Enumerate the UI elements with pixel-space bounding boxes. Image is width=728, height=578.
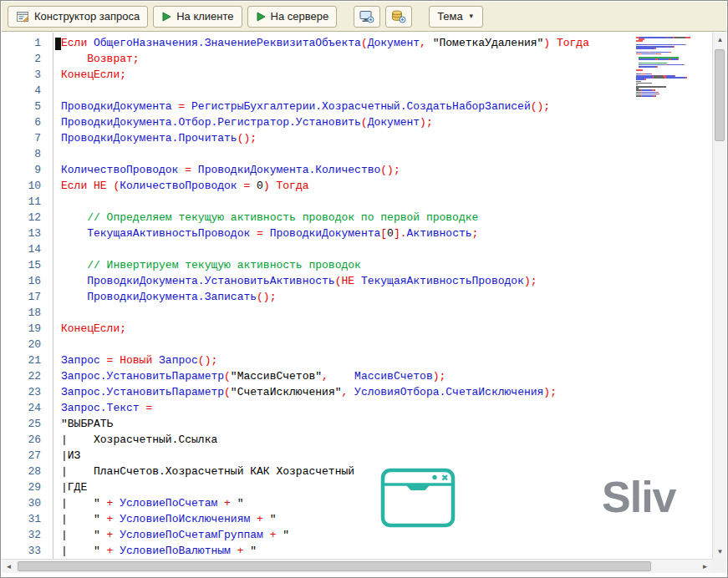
code-line[interactable]: | " + УсловиеПоИсключениям + " <box>61 513 712 529</box>
code-line[interactable]: КонецЕсли; <box>61 68 712 84</box>
scroll-left-button[interactable]: ◄ <box>2 560 16 573</box>
code-line[interactable]: ПроводкиДокумента = РегистрыБухгалтерии.… <box>61 100 712 116</box>
line-number-gutter[interactable]: 1234567891011121314151617181920212223242… <box>2 33 53 559</box>
minimap[interactable] <box>636 37 706 97</box>
line-number[interactable]: 29 <box>2 481 53 497</box>
line-number[interactable]: 12 <box>2 211 53 227</box>
code-line[interactable]: "ВЫБРАТЬ <box>61 418 712 434</box>
code-token: + <box>107 513 120 525</box>
line-number[interactable]: 18 <box>2 307 53 322</box>
scroll-down-button[interactable]: ▼ <box>713 545 726 559</box>
code-token: , <box>322 370 354 383</box>
line-number[interactable]: 17 <box>2 291 53 307</box>
code-line[interactable]: // Определяем текущую активность проводо… <box>61 211 712 227</box>
scroll-right-button[interactable]: ► <box>698 560 712 573</box>
code-line[interactable]: | Хозрасчетный.Ссылка <box>61 434 712 449</box>
theme-dropdown-button[interactable]: Тема ▼ <box>429 6 483 28</box>
horizontal-scrollbar[interactable]: ◄ ► <box>2 559 712 573</box>
line-number[interactable]: 25 <box>2 418 53 434</box>
code-line[interactable]: ТекущаяАктивностьПроводок = ПроводкиДоку… <box>61 227 712 243</box>
line-number[interactable]: 13 <box>2 227 53 243</box>
code-line[interactable]: Если НЕ (КоличествоПроводок = 0) Тогда <box>61 180 712 195</box>
line-number[interactable]: 2 <box>2 53 53 68</box>
line-number[interactable]: 10 <box>2 180 53 195</box>
line-number[interactable]: 19 <box>2 322 53 338</box>
line-number[interactable]: 31 <box>2 513 53 529</box>
code-token: + <box>217 497 237 510</box>
code-token: "МассивСчетов" <box>231 370 322 383</box>
vertical-scroll-thumb[interactable] <box>715 49 725 141</box>
line-number[interactable]: 15 <box>2 259 53 275</box>
line-number[interactable]: 30 <box>2 497 53 513</box>
code-line[interactable]: Запрос.Текст = <box>61 402 712 418</box>
run-on-client-button[interactable]: На клиенте <box>153 6 242 28</box>
line-number[interactable]: 7 <box>2 132 53 148</box>
code-line[interactable]: ПроводкиДокумента.Отбор.Регистратор.Уста… <box>61 116 712 132</box>
run-on-server-button[interactable]: На сервере <box>247 6 338 28</box>
code-line[interactable]: // Инвертируем текущую активность провод… <box>61 259 712 275</box>
code-line[interactable]: | " + УсловиеПоСчетам + " <box>61 497 712 513</box>
code-line[interactable]: КоличествоПроводок = ПроводкиДокумента.К… <box>61 164 712 180</box>
code-line[interactable]: Запрос.УстановитьПараметр("СчетаИсключен… <box>61 386 712 402</box>
code-token: (); <box>380 164 400 176</box>
line-number[interactable]: 5 <box>2 100 53 116</box>
line-number[interactable]: 26 <box>2 434 53 449</box>
code-line[interactable] <box>61 307 712 322</box>
line-number[interactable]: 8 <box>2 148 53 164</box>
code-line[interactable] <box>61 148 712 164</box>
code-token: ПроводкиДокумента <box>270 227 381 240</box>
code-line[interactable]: | ПланСчетов.Хозрасчетный КАК Хозрасчетн… <box>61 465 712 481</box>
code-token: КонецЕсли; <box>61 322 126 335</box>
horizontal-scroll-thumb[interactable] <box>18 561 651 571</box>
query-builder-button[interactable]: Конструктор запроса <box>8 6 148 28</box>
line-number[interactable]: 23 <box>2 386 53 402</box>
line-number[interactable]: 21 <box>2 354 53 370</box>
line-number[interactable]: 3 <box>2 68 53 84</box>
code-line[interactable]: КонецЕсли; <box>61 322 712 338</box>
line-number[interactable]: 22 <box>2 370 53 386</box>
code-line[interactable] <box>61 243 712 259</box>
scroll-down-icon: ▼ <box>717 548 724 555</box>
code-line[interactable]: |ГДЕ <box>61 481 712 497</box>
code-token: [ <box>380 227 387 240</box>
line-number[interactable]: 4 <box>2 84 53 100</box>
code-token: = <box>237 180 257 192</box>
pc-settings-button[interactable] <box>354 6 380 28</box>
code-line[interactable]: Если ОбщегоНазначения.ЗначениеРеквизитаО… <box>61 37 712 53</box>
line-number[interactable]: 9 <box>2 164 53 180</box>
line-number[interactable]: 6 <box>2 116 53 132</box>
code-line[interactable]: | " + УсловиеПоСчетамГруппам + " <box>61 529 712 545</box>
line-number[interactable]: 32 <box>2 529 53 545</box>
vertical-scrollbar[interactable]: ▲ ▼ <box>712 33 726 559</box>
line-number[interactable]: 1 <box>2 37 53 53</box>
line-number[interactable]: 28 <box>2 465 53 481</box>
code-line[interactable]: ПроводкиДокумента.УстановитьАктивность(Н… <box>61 275 712 291</box>
theme-label: Тема <box>437 10 463 23</box>
code-area[interactable]: Если ОбщегоНазначения.ЗначениеРеквизитаО… <box>54 33 712 559</box>
line-number[interactable]: 20 <box>2 338 53 354</box>
line-number[interactable]: 27 <box>2 449 53 465</box>
code-token: ( <box>361 37 368 49</box>
code-token: + <box>250 513 269 525</box>
code-line[interactable]: ПроводкиДокумента.Записать(); <box>61 291 712 307</box>
code-line[interactable]: Запрос.УстановитьПараметр("МассивСчетов"… <box>61 370 712 386</box>
code-line[interactable] <box>61 338 712 354</box>
code-token: = <box>172 100 191 113</box>
line-number[interactable]: 14 <box>2 243 53 259</box>
line-number[interactable]: 11 <box>2 195 53 211</box>
code-line[interactable]: | " + УсловиеПоВалютным + " <box>61 545 712 559</box>
code-token: ); <box>524 275 537 287</box>
code-line[interactable] <box>61 195 712 211</box>
scroll-up-button[interactable]: ▲ <box>713 33 726 47</box>
code-token: + <box>107 529 120 541</box>
code-line[interactable]: ПроводкиДокумента.Прочитать(); <box>61 132 712 148</box>
line-number[interactable]: 24 <box>2 402 53 418</box>
code-line[interactable]: |ИЗ <box>61 449 712 465</box>
code-line[interactable]: Возврат; <box>61 53 712 68</box>
db-settings-button[interactable] <box>385 6 412 28</box>
code-token: | ПланСчетов.Хозрасчетный КАК Хозрасчетн… <box>61 465 354 478</box>
code-line[interactable] <box>61 84 712 100</box>
line-number[interactable]: 16 <box>2 275 53 291</box>
code-token: ТекущаяАктивностьПроводок <box>361 275 524 287</box>
code-line[interactable]: Запрос = Новый Запрос(); <box>61 354 712 370</box>
